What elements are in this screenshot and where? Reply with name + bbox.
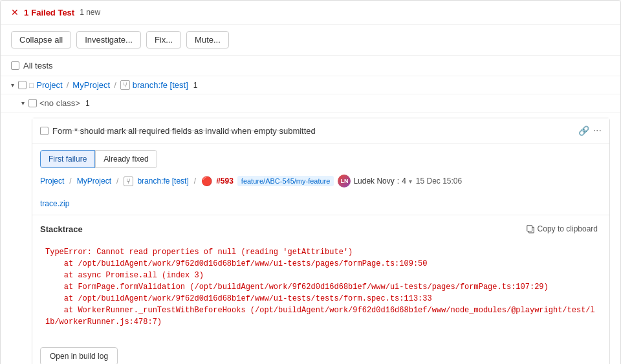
project-checkbox[interactable] xyxy=(18,81,27,89)
project-name-link[interactable]: MyProject xyxy=(72,80,110,90)
all-tests-label: All tests xyxy=(23,61,53,70)
user-name: Ludek Novy xyxy=(353,177,394,186)
clip-icon[interactable]: 🔗 xyxy=(578,125,589,136)
meta-branch-link[interactable]: branch:fe [test] xyxy=(137,177,188,186)
test-title: Form * should mark all required fields a… xyxy=(52,126,574,136)
branch-link[interactable]: branch:fe [test] xyxy=(133,80,188,90)
open-build-log-button[interactable]: Open in build log xyxy=(40,347,118,364)
date-text: 15 Dec 15:06 xyxy=(416,177,462,186)
tab-area: First failureAlready fixed xyxy=(32,144,609,168)
copy-icon xyxy=(526,224,535,233)
folder-icon: □ xyxy=(29,81,34,90)
meta-branch-icon: ⑂ xyxy=(124,177,133,186)
fix-button[interactable]: Fix... xyxy=(146,31,181,48)
more-options-icon[interactable]: ··· xyxy=(593,125,602,136)
feature-badge[interactable]: feature/ABC-545/my-feature xyxy=(237,176,334,186)
main-container: ✕ 1 Failed Test 1 new Collapse all Inves… xyxy=(0,0,621,364)
svg-rect-1 xyxy=(527,226,532,231)
test-checkbox[interactable] xyxy=(40,127,49,135)
no-class-label: <no class> xyxy=(39,98,80,108)
project-chevron[interactable]: ▾ xyxy=(11,81,14,89)
stacktrace-header: Stacktrace Copy to clipboard xyxy=(40,223,602,235)
project-link[interactable]: Project xyxy=(36,80,62,90)
branch-icon: ⑂ xyxy=(120,80,130,90)
collapse-all-button[interactable]: Collapse all xyxy=(11,31,71,48)
tab-first-failure[interactable]: First failure xyxy=(40,150,95,168)
mute-button[interactable]: Mute... xyxy=(186,31,229,48)
branch-count: 1 xyxy=(193,81,198,90)
stacktrace-section: Stacktrace Copy to clipboard TypeError: … xyxy=(32,215,609,341)
no-class-chevron[interactable]: ▾ xyxy=(21,100,25,107)
user-badge[interactable]: LN Ludek Novy:4 ▾ xyxy=(338,175,411,187)
test-item: Form * should mark all required fields a… xyxy=(32,118,610,364)
build-link[interactable]: #593 xyxy=(216,177,234,186)
investigate-button[interactable]: Investigate... xyxy=(76,31,141,48)
meta-project-link[interactable]: Project xyxy=(40,177,64,186)
project-row: ▾ □ Project / MyProject / ⑂ branch:fe [t… xyxy=(1,76,620,94)
failed-icon: ✕ xyxy=(11,7,19,17)
no-class-row: ▾ <no class> 1 xyxy=(1,94,620,112)
trace-link[interactable]: trace.zip xyxy=(40,199,69,208)
user-dropdown-icon[interactable]: ▾ xyxy=(409,178,412,185)
tab-already-fixed[interactable]: Already fixed xyxy=(95,150,157,168)
failed-count: 1 Failed Test xyxy=(24,8,74,17)
all-tests-checkbox[interactable] xyxy=(11,61,19,70)
no-class-count: 1 xyxy=(85,99,90,108)
meta-project-name-link[interactable]: MyProject xyxy=(77,177,111,186)
user-count: 4 xyxy=(402,177,406,186)
failed-number: 1 xyxy=(24,8,28,17)
user-avatar: LN xyxy=(338,175,351,187)
new-badge: 1 new xyxy=(80,8,100,17)
stacktrace-code: TypeError: Cannot read properties of nul… xyxy=(40,241,602,333)
stacktrace-title: Stacktrace xyxy=(40,224,83,234)
test-meta: Project / MyProject / ⑂ branch:fe [test]… xyxy=(40,175,602,187)
trace-link-row: trace.zip xyxy=(40,194,602,208)
toolbar: Collapse all Investigate... Fix... Mute.… xyxy=(1,25,620,56)
no-class-checkbox[interactable] xyxy=(28,99,37,107)
error-icon: 🔴 xyxy=(201,176,212,186)
failed-label: Failed Test xyxy=(31,8,74,17)
test-details: Project / MyProject / ⑂ branch:fe [test]… xyxy=(32,168,609,215)
copy-label: Copy to clipboard xyxy=(538,224,598,233)
copy-clipboard-button[interactable]: Copy to clipboard xyxy=(522,223,602,235)
test-item-header: Form * should mark all required fields a… xyxy=(32,118,609,144)
header: ✕ 1 Failed Test 1 new xyxy=(1,1,620,25)
all-tests-row: All tests xyxy=(1,56,620,76)
user-initials: LN xyxy=(340,178,348,184)
